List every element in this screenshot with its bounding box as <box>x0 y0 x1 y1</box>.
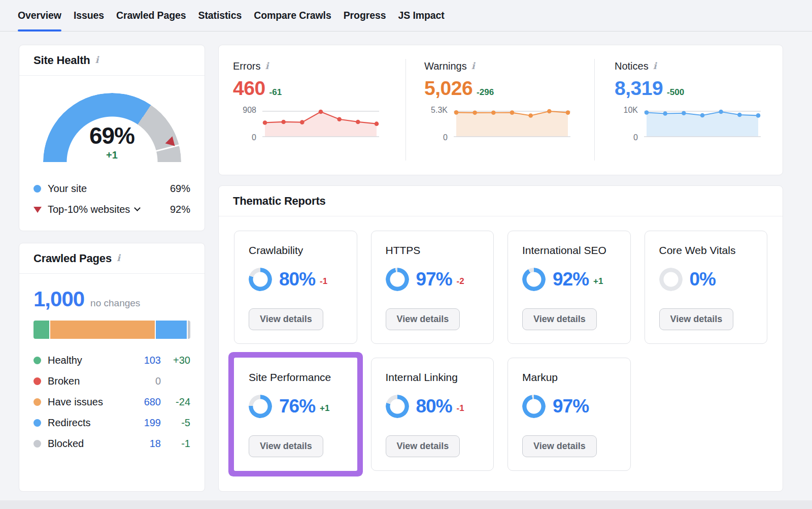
tab-issues[interactable]: Issues <box>74 0 104 31</box>
view-details-button[interactable]: View details <box>249 435 323 457</box>
crawled-pages-card: Crawled Pages i 1,000 no changes Healthy… <box>19 243 205 492</box>
report-title: Markup <box>522 371 616 384</box>
report-score: 76% <box>279 396 315 417</box>
warnings-sparkline: 5.3K 0 <box>424 109 582 140</box>
blue-dot-icon <box>33 419 41 427</box>
crawled-total-note: no changes <box>90 298 140 309</box>
warnings-value: 5,026 <box>424 77 472 100</box>
thematic-card-core-web-vitals: Core Web Vitals 0% View details <box>645 231 768 344</box>
thematic-card-internal-linking: Internal Linking 80% -1 View details <box>371 358 494 471</box>
bar-segment-have-issues[interactable] <box>50 321 155 339</box>
report-title: International SEO <box>522 244 616 257</box>
tab-statistics[interactable]: Statistics <box>198 0 242 31</box>
report-title: HTTPS <box>386 244 480 257</box>
warnings-chart <box>454 109 570 139</box>
crawled-pages-title: Crawled Pages <box>33 252 112 265</box>
report-title: Core Web Vitals <box>659 244 753 257</box>
report-title: Site Performance <box>249 371 343 384</box>
site-health-change: +1 <box>43 149 181 161</box>
report-change: +1 <box>593 276 603 287</box>
report-score: 92% <box>553 269 589 290</box>
info-icon[interactable]: i <box>653 60 657 71</box>
warnings-label: Warnings <box>424 60 467 72</box>
warnings-section: Warnings i 5,026 -296 5.3K 0 <box>424 60 582 140</box>
legend-value[interactable]: 199 <box>130 417 161 429</box>
y-axis-max: 908 <box>233 106 256 115</box>
view-details-button[interactable]: View details <box>522 435 597 457</box>
tab-compare-crawls[interactable]: Compare Crawls <box>254 0 331 31</box>
legend-value[interactable]: 680 <box>130 396 161 408</box>
score-donut <box>522 268 546 291</box>
bottom-scroll-strip <box>0 500 812 509</box>
bar-segment-blocked[interactable] <box>188 321 190 339</box>
site-health-score: 69% <box>43 124 181 147</box>
report-title: Internal Linking <box>386 371 480 384</box>
report-change: -1 <box>457 403 464 413</box>
legend-value: 69% <box>170 183 190 195</box>
view-details-button[interactable]: View details <box>522 308 597 330</box>
errors-change: -61 <box>269 87 282 98</box>
legend-label: Have issues <box>48 396 103 408</box>
red-dot-icon <box>33 377 41 385</box>
legend-row-blocked: Blocked 18 -1 <box>33 433 190 454</box>
gray-dot-icon <box>33 440 41 448</box>
legend-label: Top-10% websites <box>48 204 130 215</box>
notices-value: 8,319 <box>615 77 663 100</box>
report-score: 80% <box>279 269 315 290</box>
chevron-down-icon[interactable] <box>134 205 141 211</box>
legend-value: 0 <box>130 375 161 387</box>
site-health-header: Site Health i <box>19 45 205 76</box>
score-donut <box>659 268 683 291</box>
notices-chart <box>644 109 761 139</box>
bar-segment-healthy[interactable] <box>33 321 49 339</box>
green-dot-icon <box>33 357 41 364</box>
crawled-legend: Healthy 103 +30 Broken 0 Have issues 680… <box>33 350 190 454</box>
legend-row-top10-websites[interactable]: Top-10% websites 92% <box>33 199 190 220</box>
thematic-reports-header: Thematic Reports <box>219 186 783 216</box>
blue-dot-icon <box>33 185 41 193</box>
legend-change: -5 <box>161 417 190 429</box>
view-details-button[interactable]: View details <box>249 308 323 330</box>
info-icon[interactable]: i <box>471 60 475 71</box>
report-title: Crawlability <box>249 244 343 257</box>
legend-label: Healthy <box>48 355 82 366</box>
thematic-reports-title: Thematic Reports <box>233 195 326 208</box>
divider <box>594 59 595 161</box>
y-axis-min: 0 <box>424 133 448 142</box>
y-axis-max: 10K <box>615 106 638 115</box>
legend-change: -1 <box>161 438 190 450</box>
legend-row-have-issues: Have issues 680 -24 <box>33 392 190 412</box>
info-icon[interactable]: i <box>117 252 120 263</box>
info-icon[interactable]: i <box>265 60 268 71</box>
view-details-button[interactable]: View details <box>386 308 460 330</box>
legend-value[interactable]: 18 <box>130 438 161 450</box>
legend-change: +30 <box>161 355 190 366</box>
errors-section: Errors i 460 -61 908 0 <box>233 60 390 140</box>
crawled-total: 1,000 <box>33 287 84 311</box>
issues-summary-card: Errors i 460 -61 908 0 Warnings i 5,026 … <box>218 45 783 175</box>
report-score: 80% <box>416 396 452 417</box>
report-change: -1 <box>320 276 327 287</box>
thematic-card-markup: Markup 97% View details <box>507 358 631 471</box>
warnings-change: -296 <box>477 87 494 98</box>
legend-row-your-site: Your site 69% <box>33 178 190 199</box>
tab-progress[interactable]: Progress <box>344 0 386 31</box>
site-health-gauge: 69% +1 <box>43 93 181 168</box>
tab-js-impact[interactable]: JS Impact <box>398 0 444 31</box>
info-icon[interactable]: i <box>95 54 99 65</box>
view-details-button[interactable]: View details <box>386 435 460 457</box>
score-donut <box>522 395 546 418</box>
legend-label: Broken <box>48 375 80 387</box>
legend-value[interactable]: 103 <box>130 355 161 366</box>
bar-segment-redirects[interactable] <box>156 321 186 339</box>
score-donut <box>249 395 272 418</box>
crawled-stacked-bar <box>33 321 190 339</box>
legend-label: Blocked <box>48 438 84 450</box>
tab-crawled-pages[interactable]: Crawled Pages <box>116 0 186 31</box>
notices-section: Notices i 8,319 -500 10K 0 <box>615 60 772 140</box>
report-score: 97% <box>553 396 589 417</box>
errors-chart <box>262 109 379 139</box>
errors-label: Errors <box>233 60 260 72</box>
view-details-button[interactable]: View details <box>659 308 734 330</box>
tab-overview[interactable]: Overview <box>18 0 61 31</box>
